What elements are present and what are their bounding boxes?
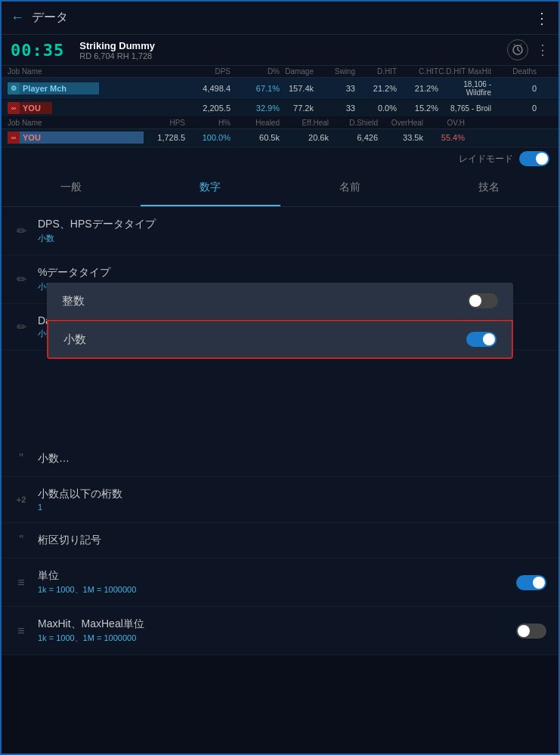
decimal-places-content: 小数点以下の桁数 1 xyxy=(38,487,546,512)
decimal-toggle-knob xyxy=(483,333,495,345)
col-cdhit-maxhit: C.D.HIT MaxHit xyxy=(438,67,491,76)
tab-names[interactable]: 名前 xyxy=(280,170,419,206)
player-swing: 33 xyxy=(314,84,355,93)
heal-you-name-cell: ∞ YOU xyxy=(8,132,144,144)
title-bar: ← データ ⋮ xyxy=(2,2,558,35)
you-deaths: 0 xyxy=(491,104,537,113)
dropdown-overlay: 整数 小数 xyxy=(47,283,513,359)
heal-col-hps: HPS xyxy=(144,119,185,127)
you-dhit: 0.0% xyxy=(355,104,397,113)
col-dps: DPS xyxy=(189,67,230,76)
heal-hpct: 100.0% xyxy=(185,133,230,142)
you-swing: 33 xyxy=(314,104,355,113)
dps-hps-subtitle: 小数 xyxy=(38,233,546,244)
heal-section: Job Name HPS H% Healed Eff.Heal D.Shield… xyxy=(2,117,558,147)
small-decimal-content: 小数… xyxy=(38,452,546,466)
unit-content: 単位 1k = 1000、1M = 1000000 xyxy=(38,569,507,596)
you-icon: ∞ xyxy=(8,102,20,114)
player-damage: 157.4k xyxy=(280,84,314,93)
tabs-row: 一般 数字 名前 技名 xyxy=(2,170,558,207)
heal-effheal: 20.6k xyxy=(280,133,329,142)
tab-numbers[interactable]: 数字 xyxy=(141,170,280,206)
setting-thousands-sep[interactable]: " 桁区切り記号 xyxy=(2,523,558,559)
heal-col-effheal: Eff.Heal xyxy=(280,119,329,127)
unit-title: 単位 xyxy=(38,569,507,583)
player-dpct: 67.1% xyxy=(230,84,280,93)
raid-mode-toggle-knob xyxy=(536,153,548,165)
col-dhit: D.HIT xyxy=(355,67,397,76)
you-name-cell: ∞ YOU xyxy=(8,102,144,114)
target-name: Striking Dummy xyxy=(79,40,155,51)
heal-hps: 1,728.5 xyxy=(144,133,185,142)
heal-col-dshield: D.Shield xyxy=(329,119,378,127)
setting-dps-hps-type[interactable]: ✏ DPS、HPSデータタイプ 小数 xyxy=(2,207,558,255)
timer-row: 00:35 Striking Dummy RD 6,704 RH 1,728 ⋮ xyxy=(2,35,558,66)
unit-toggle[interactable] xyxy=(516,575,546,590)
combat-row-you: ∞ YOU 2,205.5 32.9% 77.2k 33 0.0% 15.2% … xyxy=(2,100,558,117)
player-maxhit: 18,106 - Wildfire xyxy=(438,80,491,97)
heal-you-name: YOU xyxy=(23,133,41,142)
you-dps: 2,205.5 xyxy=(189,104,230,113)
target-info: RD 6,704 RH 1,728 xyxy=(79,51,155,60)
you-maxhit: 8,765 - Broil xyxy=(438,104,491,113)
heal-you-icon: ∞ xyxy=(8,132,20,144)
timer-info: Striking Dummy RD 6,704 RH 1,728 xyxy=(79,40,155,60)
setting-small-decimal[interactable]: " 小数… xyxy=(2,441,558,477)
edit-icon-0: ✏ xyxy=(14,224,29,238)
maxhit-toggle-knob xyxy=(518,625,530,637)
setting-maxhit-unit[interactable]: ≡ MaxHit、MaxHeal単位 1k = 1000、1M = 100000… xyxy=(2,607,558,655)
thousands-sep-content: 桁区切り記号 xyxy=(38,534,546,547)
back-button[interactable]: ← xyxy=(11,10,24,26)
tab-skills[interactable]: 技名 xyxy=(419,170,558,206)
heal-healed: 60.5k xyxy=(230,133,280,142)
quote-icon-0: " xyxy=(14,452,29,466)
setting-decimal-places[interactable]: +2 小数点以下の桁数 1 xyxy=(2,477,558,523)
heal-dshield: 6,426 xyxy=(329,133,378,142)
timer-display: 00:35 xyxy=(11,41,64,60)
unit-toggle-knob xyxy=(533,577,545,589)
heal-row-you: ∞ YOU 1,728.5 100.0% 60.5k 20.6k 6,426 3… xyxy=(2,129,558,147)
player-dps: 4,498.4 xyxy=(189,84,230,93)
decimal-places-subtitle: 1 xyxy=(38,503,546,512)
clock-icon[interactable] xyxy=(507,39,528,60)
integer-toggle[interactable] xyxy=(468,293,498,308)
maxhit-unit-subtitle: 1k = 1000、1M = 1000000 xyxy=(38,633,507,644)
col-deaths: Deaths xyxy=(491,67,537,76)
player-chit: 21.2% xyxy=(397,84,438,93)
combat-header: Job Name DPS D% Damage Swing D.HIT C.HIT… xyxy=(2,66,558,78)
setting-unit[interactable]: ≡ 単位 1k = 1000、1M = 1000000 xyxy=(2,559,558,607)
player-name-cell: ⚙ Player Mch xyxy=(8,82,144,94)
page-title: データ xyxy=(32,10,68,26)
timer-icons: ⋮ xyxy=(507,39,549,60)
svg-line-3 xyxy=(514,45,515,46)
dps-hps-title: DPS、HPSデータタイプ xyxy=(38,218,546,231)
col-dpct: D% xyxy=(230,67,280,76)
heal-col-hpct: H% xyxy=(185,119,230,127)
you-damage: 77.2k xyxy=(280,104,314,113)
maxhit-toggle[interactable] xyxy=(516,623,546,639)
svg-line-4 xyxy=(521,45,521,46)
mch-icon: ⚙ xyxy=(8,82,20,94)
col-jobname: Job Name xyxy=(8,67,144,76)
heal-col-overheal: OverHeal xyxy=(378,119,423,127)
maxhit-unit-title: MaxHit、MaxHeal単位 xyxy=(38,617,507,631)
lines-icon-0: ≡ xyxy=(14,576,29,589)
integer-label: 整数 xyxy=(62,294,85,308)
quote-icon-1: " xyxy=(14,534,29,547)
player-dhit: 21.2% xyxy=(355,84,397,93)
you-dpct: 32.9% xyxy=(230,104,280,113)
tab-general[interactable]: 一般 xyxy=(2,170,141,206)
title-bar-left: ← データ xyxy=(11,10,68,26)
raid-mode-label: レイドモード xyxy=(459,153,513,166)
heal-col-healed: Healed xyxy=(230,119,280,127)
player-mch-name: Player Mch xyxy=(23,84,67,93)
thousands-sep-title: 桁区切り記号 xyxy=(38,534,546,547)
title-menu-button[interactable]: ⋮ xyxy=(534,9,549,27)
decimal-label: 小数 xyxy=(63,333,86,347)
decimal-toggle[interactable] xyxy=(466,332,497,347)
timer-menu-button[interactable]: ⋮ xyxy=(536,42,549,58)
dropdown-item-decimal[interactable]: 小数 xyxy=(47,320,513,359)
dropdown-item-integer[interactable]: 整数 xyxy=(47,283,513,320)
col-spacer xyxy=(144,67,189,76)
raid-mode-toggle[interactable] xyxy=(519,151,549,166)
